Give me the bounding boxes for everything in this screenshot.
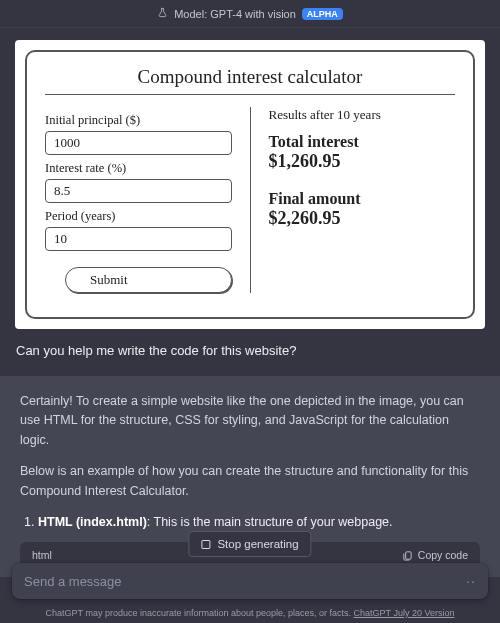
stop-generating-label: Stop generating [217, 538, 298, 550]
mockup-form: Initial principal ($) 1000 Interest rate… [45, 107, 232, 293]
total-interest-label: Total interest [269, 133, 456, 151]
principal-label: Initial principal ($) [45, 113, 232, 128]
calculator-mockup: Compound interest calculator Initial pri… [25, 50, 475, 319]
flask-icon [157, 7, 168, 20]
list-item-rest: : This is the main structure of your web… [147, 515, 393, 529]
mockup-title: Compound interest calculator [45, 66, 455, 95]
copy-code-button[interactable]: Copy code [402, 547, 468, 563]
copy-code-label: Copy code [418, 547, 468, 563]
assistant-para-2: Below is an example of how you can creat… [20, 462, 480, 501]
uploaded-image: Compound interest calculator Initial pri… [15, 40, 485, 329]
rate-input: 8.5 [45, 179, 232, 203]
footer-text: ChatGPT may produce inaccurate informati… [46, 608, 354, 618]
send-indicator-icon: ·· [466, 573, 476, 589]
total-interest-value: $1,260.95 [269, 151, 456, 172]
principal-input: 1000 [45, 131, 232, 155]
message-input[interactable] [24, 574, 466, 589]
submit-button-mock: Submit [65, 267, 232, 293]
code-lang-label: html [32, 547, 52, 563]
period-label: Period (years) [45, 209, 232, 224]
stop-generating-button[interactable]: Stop generating [188, 531, 311, 557]
results-heading: Results after 10 years [269, 107, 456, 123]
list-item-bold: HTML (index.html) [38, 515, 147, 529]
version-link[interactable]: ChatGPT July 20 Version [354, 608, 455, 618]
message-input-container[interactable]: ·· [12, 563, 488, 599]
final-amount-label: Final amount [269, 190, 456, 208]
stop-icon [201, 540, 210, 549]
footer-disclaimer: ChatGPT may produce inaccurate informati… [0, 608, 500, 618]
assistant-list-item: HTML (index.html): This is the main stru… [38, 513, 480, 532]
model-header: Model: GPT-4 with vision ALPHA [0, 0, 500, 28]
clipboard-icon [402, 550, 413, 561]
assistant-para-1: Certainly! To create a simple website li… [20, 392, 480, 450]
mockup-results: Results after 10 years Total interest $1… [250, 107, 456, 293]
final-amount-value: $2,260.95 [269, 208, 456, 229]
user-message-text: Can you help me write the code for this … [12, 343, 488, 358]
alpha-badge: ALPHA [302, 8, 343, 20]
model-label: Model: GPT-4 with vision [174, 8, 296, 20]
period-input: 10 [45, 227, 232, 251]
user-message-block: Compound interest calculator Initial pri… [0, 28, 500, 376]
rate-label: Interest rate (%) [45, 161, 232, 176]
svg-rect-0 [405, 552, 411, 559]
